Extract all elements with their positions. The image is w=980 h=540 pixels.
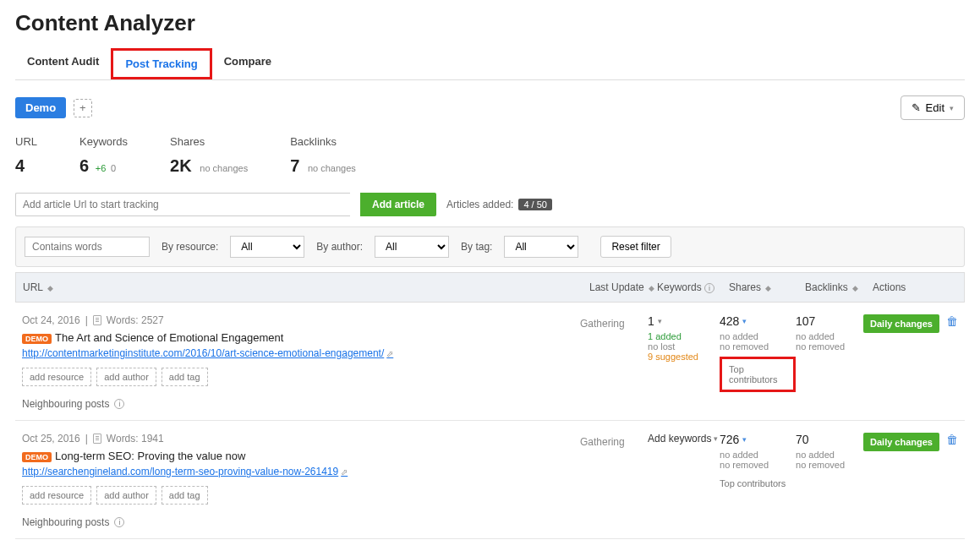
trash-icon[interactable]: 🗑 [946, 314, 958, 328]
tab-content-audit[interactable]: Content Audit [15, 48, 111, 79]
contains-words-input[interactable] [25, 237, 150, 257]
reset-filter-button[interactable]: Reset filter [600, 236, 671, 258]
sort-icon: ◆ [649, 284, 654, 292]
summary-shares-label: Shares [170, 135, 248, 148]
table-header: URL ◆ Last Update ◆ Keywords i Shares ◆ … [15, 272, 965, 303]
article-title: The Art and Science of Emotional Engagem… [55, 331, 283, 344]
articles-added-label: Articles added: [446, 199, 513, 210]
shares-stat: no added [720, 450, 796, 460]
backlinks-stat: no added [796, 331, 863, 341]
tab-post-tracking[interactable]: Post Tracking [111, 48, 211, 79]
by-author-label: By author: [316, 241, 363, 253]
pencil-icon: ✎ [912, 101, 921, 114]
words-label: Words: 2527 [107, 314, 164, 326]
add-tag-button[interactable]: add tag [162, 486, 208, 505]
add-article-button[interactable]: Add article [360, 193, 436, 216]
shares-count[interactable]: 428 ▾ [720, 314, 796, 328]
article-url-link[interactable]: http://searchengineland.com/long-term-se… [22, 466, 348, 477]
edit-button[interactable]: ✎ Edit ▾ [901, 95, 965, 120]
trash-icon[interactable]: 🗑 [946, 433, 958, 446]
summary-metrics: URL 4 Keywords 6 +6 0 Shares 2K no chang… [15, 135, 965, 176]
info-icon[interactable]: i [114, 517, 124, 527]
th-actions: Actions [873, 281, 906, 293]
external-link-icon: ⬀ [386, 349, 393, 358]
keywords-stat: 1 added [648, 331, 720, 341]
daily-changes-button[interactable]: Daily changes [863, 314, 939, 333]
chevron-down-icon: ▾ [742, 435, 747, 444]
document-icon [93, 434, 101, 444]
th-url[interactable]: URL [23, 281, 43, 293]
sort-icon: ◆ [765, 284, 771, 292]
neighbouring-posts-link[interactable]: Neighbouring posts [22, 516, 109, 528]
add-author-button[interactable]: add author [96, 486, 156, 505]
summary-keywords-delta: +6 [96, 163, 107, 173]
backlinks-count: 107 [796, 314, 863, 328]
summary-keywords-delta2: 0 [111, 163, 116, 173]
shares-stat: no removed [720, 341, 796, 352]
sort-icon: ◆ [47, 284, 53, 292]
keywords-stat: no lost [648, 341, 720, 352]
last-update-value: Gathering [580, 433, 648, 528]
add-resource-button[interactable]: add resource [22, 486, 91, 505]
top-contributors-link[interactable]: Top contributors [720, 357, 796, 392]
add-tag-button[interactable]: add tag [162, 368, 208, 386]
add-keywords-button[interactable]: Add keywords ▾ [648, 433, 720, 445]
edit-label: Edit [926, 101, 944, 114]
shares-stat: no removed [720, 460, 796, 470]
top-contributors-link[interactable]: Top contributors [720, 478, 796, 488]
external-link-icon: ⬀ [341, 467, 348, 477]
backlinks-count: 70 [796, 433, 863, 446]
by-resource-select[interactable]: All [230, 236, 304, 258]
shares-stat: no added [720, 331, 796, 341]
th-last-update[interactable]: Last Update [589, 281, 644, 293]
chevron-down-icon: ▾ [658, 317, 662, 325]
by-resource-label: By resource: [162, 241, 218, 253]
demo-badge: Demo [22, 452, 52, 462]
tabs-nav: Content Audit Post Tracking Compare [15, 48, 965, 80]
add-project-button[interactable]: + [74, 99, 92, 117]
last-update-value: Gathering [580, 314, 648, 410]
article-row: Oct 25, 2016 | Words: 1941DemoLong-term … [15, 421, 965, 539]
keywords-count[interactable]: 1 ▾ [648, 314, 720, 328]
by-tag-label: By tag: [461, 241, 492, 253]
summary-shares-value: 2K [170, 156, 192, 176]
tab-compare[interactable]: Compare [212, 48, 283, 79]
page-title: Content Analyzer [15, 10, 965, 36]
shares-count[interactable]: 726 ▾ [720, 433, 796, 446]
info-icon[interactable]: i [114, 399, 124, 409]
neighbouring-posts-link[interactable]: Neighbouring posts [22, 398, 109, 410]
sort-icon: ◆ [852, 284, 858, 292]
summary-keywords-value: 6 [79, 156, 89, 176]
th-shares[interactable]: Shares [729, 281, 761, 293]
chevron-down-icon: ▾ [742, 317, 747, 325]
by-tag-select[interactable]: All [504, 236, 578, 258]
backlinks-stat: no removed [796, 460, 863, 470]
daily-changes-button[interactable]: Daily changes [863, 433, 939, 451]
article-title: Long-term SEO: Proving the value now [55, 450, 245, 462]
keywords-stat: 9 suggested [648, 352, 720, 362]
add-author-button[interactable]: add author [96, 368, 156, 386]
summary-url-value: 4 [15, 156, 25, 176]
document-icon [93, 315, 101, 325]
info-icon[interactable]: i [704, 283, 714, 293]
article-date: Oct 25, 2016 [22, 433, 80, 445]
article-row: Oct 24, 2016 | Words: 2527DemoThe Art an… [15, 303, 965, 421]
summary-keywords-label: Keywords [79, 135, 128, 148]
articles-added-count: 4 / 50 [518, 199, 552, 210]
add-url-input[interactable] [15, 193, 350, 216]
by-author-select[interactable]: All [375, 236, 449, 258]
article-date: Oct 24, 2016 [22, 314, 80, 326]
th-backlinks[interactable]: Backlinks [805, 281, 848, 293]
words-label: Words: 1941 [107, 433, 164, 445]
demo-badge: Demo [22, 334, 52, 344]
demo-pill[interactable]: Demo [15, 97, 66, 118]
article-url-link[interactable]: http://contentmarketinginstitute.com/201… [22, 347, 393, 359]
backlinks-stat: no added [796, 450, 863, 460]
th-keywords[interactable]: Keywords [657, 281, 702, 293]
summary-shares-note: no changes [200, 163, 248, 173]
backlinks-stat: no removed [796, 341, 863, 352]
add-resource-button[interactable]: add resource [22, 368, 91, 386]
chevron-down-icon: ▾ [950, 104, 954, 112]
summary-backlinks-value: 7 [290, 156, 299, 176]
summary-url-label: URL [15, 135, 37, 148]
